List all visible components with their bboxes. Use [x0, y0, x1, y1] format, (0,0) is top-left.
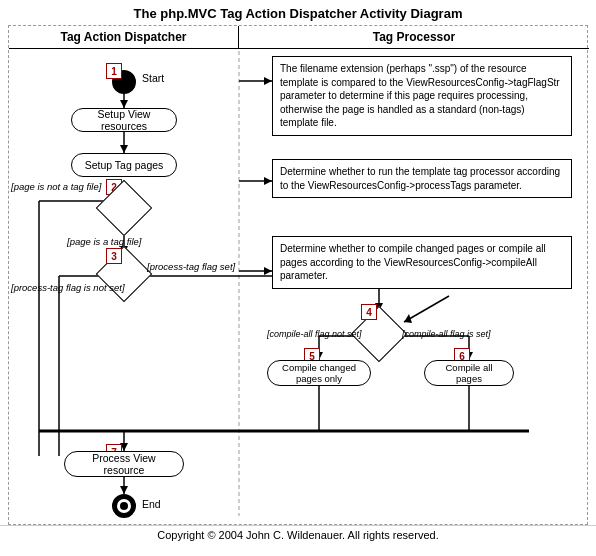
col-header-right: Tag Processor — [239, 26, 589, 49]
setup-tag-node: Setup Tag pages — [71, 153, 177, 177]
diamond4 — [359, 314, 399, 354]
svg-marker-16 — [264, 267, 272, 275]
svg-marker-4 — [120, 145, 128, 153]
svg-marker-2 — [120, 100, 128, 108]
page-is-tag-label: [page is a tag file] — [67, 236, 141, 247]
setup-view-node: Setup View resources — [71, 108, 177, 132]
compile-all-node: Compile all pages — [424, 360, 514, 386]
copyright: Copyright © 2004 John C. Wildenauer. All… — [0, 525, 596, 544]
end-center — [120, 502, 128, 510]
svg-marker-23 — [404, 314, 412, 323]
step3-badge: 3 — [106, 248, 122, 264]
svg-line-22 — [404, 296, 449, 322]
info-box-2: Determine whether to run the template ta… — [272, 159, 572, 198]
end-label: End — [142, 498, 161, 510]
process-tag-notset-label: [process-tag flag is not set] — [11, 282, 125, 293]
svg-marker-12 — [264, 77, 272, 85]
start-label: Start — [142, 72, 164, 84]
step1-badge: 1 — [106, 63, 122, 79]
process-view-node: Process View resource — [64, 451, 184, 477]
process-tag-set-label: [process-tag flag set] — [147, 261, 235, 272]
compile-all-set-label: [compile-all flag is set] — [402, 329, 491, 339]
diagram-container: Tag Action Dispatcher Tag Processor — [8, 25, 588, 525]
info-box-1: The filename extension (perhaps ".ssp") … — [272, 56, 572, 136]
compile-all-notset-label: [compile-all flag not set] — [267, 329, 362, 339]
page-title: The php.MVC Tag Action Dispatcher Activi… — [0, 0, 596, 25]
svg-marker-14 — [264, 177, 272, 185]
page-not-tag-label: [page is not a tag file] — [11, 181, 101, 192]
compile-changed-node: Compile changed pages only — [267, 360, 371, 386]
diamond2 — [104, 188, 144, 228]
step4-badge: 4 — [361, 304, 377, 320]
svg-marker-36 — [120, 486, 128, 494]
col-header-left: Tag Action Dispatcher — [9, 26, 239, 49]
info-box-3: Determine whether to compile changed pag… — [272, 236, 572, 289]
